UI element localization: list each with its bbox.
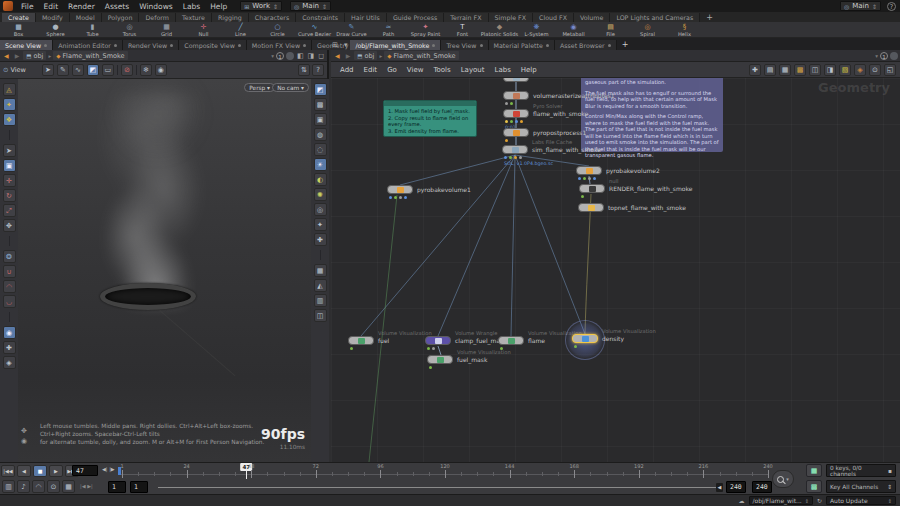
jump-range-end-button[interactable]: ▶| — [87, 483, 93, 489]
node-name-label[interactable]: flame_with_smoke — [533, 110, 588, 117]
shelf-tool[interactable]: §Helix — [666, 22, 703, 38]
network-node-pyropostprocess1[interactable]: pyropostprocess1 — [503, 128, 529, 137]
shelf-tool[interactable]: TFont — [444, 22, 481, 38]
node-body[interactable] — [387, 185, 413, 194]
tab-menu-dot[interactable] — [303, 44, 306, 47]
home-view-icon[interactable]: ◈ — [3, 356, 16, 369]
shelf-tool[interactable]: ❋L-System — [518, 22, 555, 38]
snap-point-icon[interactable]: ∪ — [3, 265, 16, 278]
network-node-volumerasterizeattributes1[interactable]: volumerasterizeattributes1 — [503, 91, 529, 100]
shelf-tool[interactable]: ✦Spray Paint — [407, 22, 444, 38]
pane-menu-icon[interactable]: ▾ — [341, 41, 351, 50]
network-node-fuel[interactable]: Volume Visualizationfuel — [348, 336, 374, 345]
sparks-tool-icon[interactable]: ✦ — [3, 98, 16, 111]
network-node-pyrobakevolume1[interactable]: pyrobakevolume1 — [387, 185, 413, 194]
orient-pick-icon[interactable]: ❂ — [3, 250, 16, 263]
context-badge[interactable]: 1 — [276, 52, 284, 60]
translate-tool-icon[interactable]: ✛ — [3, 174, 16, 187]
shelf-tool[interactable]: ▮Tube — [74, 22, 111, 38]
tab-menu-dot[interactable] — [432, 44, 435, 47]
pin-icon[interactable] — [286, 52, 294, 60]
node-name-label[interactable]: topnet_flame_with_smoke — [608, 204, 686, 211]
network-menu-item[interactable]: Help — [516, 66, 542, 74]
pan-view-icon[interactable]: ✚ — [3, 341, 16, 354]
playback-range-icon[interactable]: ▦ — [62, 480, 75, 493]
tab-menu-dot[interactable] — [114, 44, 117, 47]
shaded-display-icon[interactable]: ◩ — [314, 83, 327, 96]
tab-menu-dot[interactable] — [546, 44, 549, 47]
cook-sync-icon[interactable]: ↻ — [817, 497, 822, 504]
viewport-help-icon[interactable]: ? — [312, 64, 324, 76]
shaded-mode-icon[interactable]: ◩ — [87, 64, 99, 76]
node-body[interactable] — [572, 334, 598, 343]
stop-button[interactable]: ■ — [33, 465, 47, 477]
network-menu-item[interactable]: Labs — [490, 66, 516, 74]
shelf-tool[interactable]: ◎Torus — [111, 22, 148, 38]
path-node-chip[interactable]: ◆ Flame_with_Smoke — [53, 51, 127, 60]
update-mode-dropdown[interactable]: Auto Update ⇕ — [826, 496, 896, 505]
lock-camera-icon[interactable]: ▣ — [314, 113, 327, 126]
global-animation-options-icon[interactable]: ⊙ — [47, 480, 60, 493]
ghost-objects-icon[interactable]: ◍ — [314, 128, 327, 141]
tab-menu-dot[interactable] — [608, 44, 611, 47]
network-menu-item[interactable]: Tools — [428, 66, 455, 74]
snapshot-icon[interactable]: ◧ — [296, 52, 305, 60]
network-node-pyrobakevolume2[interactable]: pyrobakevolume2 — [576, 166, 602, 175]
notes-icon[interactable]: ▧ — [839, 64, 851, 76]
display-flag-icon[interactable]: ◱ — [884, 64, 896, 76]
grid-snap-icon[interactable]: ▦ — [779, 64, 791, 76]
menubar-item[interactable]: Help — [205, 2, 232, 11]
network-node-RENDER_flame_with_smoke[interactable]: nullRENDER_flame_with_smoke — [579, 184, 605, 193]
current-frame-field[interactable]: 47 — [72, 465, 98, 476]
pane-tab[interactable]: /obj/Flame_with_Smoke — [350, 40, 441, 50]
node-name-label[interactable]: RENDER_flame_with_smoke — [609, 185, 692, 192]
menubar-item[interactable]: Assets — [100, 2, 134, 11]
network-node-partial[interactable] — [503, 78, 529, 82]
pose-tool-icon[interactable]: ✥ — [3, 219, 16, 232]
node-body[interactable] — [576, 166, 602, 175]
node-body[interactable] — [502, 145, 528, 154]
nav-forward-button[interactable]: ▶ — [344, 52, 353, 59]
shelf-tool[interactable]: ■Box — [0, 22, 37, 38]
shadows-icon[interactable]: ◐ — [314, 173, 327, 186]
range-start-field[interactable]: 1 — [108, 481, 126, 493]
snapshot-icon[interactable]: ▥ — [314, 294, 327, 307]
node-name-label[interactable]: pyrobakevolume1 — [417, 186, 471, 193]
node-body[interactable] — [498, 336, 524, 345]
snap-prim-icon[interactable]: ◡ — [3, 295, 16, 308]
network-node-topnet_flame_with_smoke[interactable]: topnet_flame_with_smoke — [578, 203, 604, 212]
sticky-note-green[interactable]: 1. Mask fuel field by fuel_mask.2. Copy … — [383, 100, 477, 137]
wireframe-display-icon[interactable]: ▩ — [314, 98, 327, 111]
emitter-tool-icon[interactable]: ❖ — [3, 113, 16, 126]
pane-tab[interactable]: Tree View — [441, 40, 488, 50]
find-icon[interactable]: ⊙ — [869, 64, 881, 76]
viewport-options-icon[interactable]: ⇅ — [298, 64, 310, 76]
tab-menu-dot[interactable] — [238, 44, 241, 47]
menubar-item[interactable]: Render — [63, 2, 100, 11]
menubar-item[interactable]: File — [16, 2, 39, 11]
secure-selection-icon[interactable]: ▣ — [3, 159, 16, 172]
motion-arc-icon[interactable]: ◠ — [32, 480, 45, 493]
context-badge[interactable]: 1 — [880, 52, 888, 60]
help-button[interactable]: ? — [887, 2, 896, 11]
network-node-fuel_mask[interactable]: Volume Visualizationfuel_mask — [427, 355, 453, 364]
network-node-sim_flame_with_smoke[interactable]: Labs File Cachesim_flame_with_smokeSOL, … — [502, 145, 528, 154]
network-node-density[interactable]: Volume Visualizationdensity — [572, 334, 598, 343]
tab-menu-dot[interactable] — [170, 44, 173, 47]
points-display-icon[interactable]: ✦ — [314, 218, 327, 231]
range-substep-field[interactable]: 1 — [130, 481, 148, 493]
shelf-tool[interactable]: ✎Draw Curve — [333, 22, 370, 38]
path-dropdown-arrow[interactable]: ▾ — [271, 53, 274, 59]
scene-viewport[interactable]: Persp ▾ No cam ▾ ✥ ◉ Left mouse tumbles.… — [18, 79, 311, 462]
menubar-item[interactable]: Labs — [178, 2, 205, 11]
tab-menu-dot[interactable] — [480, 44, 483, 47]
headlight-icon[interactable]: ◌ — [314, 143, 327, 156]
tab-menu-dot[interactable] — [44, 44, 47, 47]
pane-tab[interactable]: Animation Editor — [53, 40, 123, 50]
network-menu-item[interactable]: Layout — [456, 66, 490, 74]
maximize-icon[interactable]: ◻ — [317, 52, 325, 60]
node-name-label[interactable]: fuel_mask — [457, 356, 487, 363]
box-select-icon[interactable]: ▭ — [102, 64, 114, 76]
gnomon-icon[interactable]: ◭ — [314, 279, 327, 292]
node-name-label[interactable]: pyropostprocess1 — [533, 129, 586, 136]
